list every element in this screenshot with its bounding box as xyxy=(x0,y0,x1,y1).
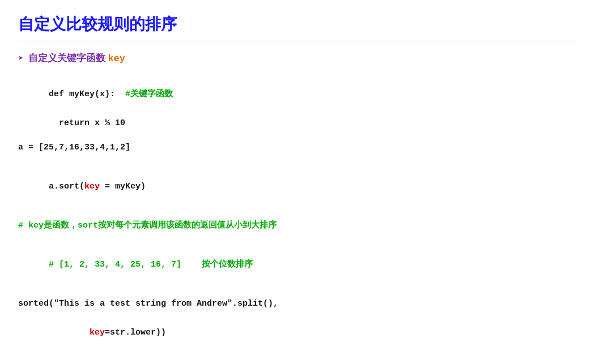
code-block-sort: a.sort(key = myKey) xyxy=(18,165,577,209)
code-block-array: a = [25,7,16,33,4,1,2] xyxy=(18,140,577,155)
code-line-comment2: # [1, 2, 33, 4, 25, 16, 7] 按个位数排序 xyxy=(18,243,577,287)
code-line-comment1: # key是函数，sort按对每个元素调用该函数的返回值从小到大排序 xyxy=(18,219,577,233)
code-line-return: return x % 10 xyxy=(18,116,577,131)
code-sort-post: = myKey) xyxy=(100,182,146,191)
code-comment2-pre: # [1, 2, 33, 4, 25, 16, 7] xyxy=(49,260,181,269)
page-title: 自定义比较规则的排序 xyxy=(18,14,577,41)
code-line-sorted: sorted("This is a test string from Andre… xyxy=(18,297,577,311)
section-heading: ➤ 自定义关键字函数 key xyxy=(18,52,577,65)
code-sorted2-key: key xyxy=(90,328,105,337)
code-sorted2-post: =str.lower)) xyxy=(105,328,166,337)
code-block-comment1: # key是函数，sort按对每个元素调用该函数的返回值从小到大排序 xyxy=(18,219,577,233)
arrow-icon: ➤ xyxy=(18,53,24,64)
code-comment2-post: 按个位数排序 xyxy=(181,260,253,269)
code-def-comment: #关键字函数 xyxy=(125,89,173,99)
page-container: 自定义比较规则的排序 ➤ 自定义关键字函数 key def myKey(x): … xyxy=(0,0,595,364)
code-sort-pre: a.sort( xyxy=(49,182,84,191)
heading-label: 自定义关键字函数 xyxy=(28,53,108,63)
section-heading-text: 自定义关键字函数 key xyxy=(28,52,125,65)
code-block-def: def myKey(x): #关键字函数 return x % 10 xyxy=(18,72,577,130)
code-def-text: def myKey(x): xyxy=(49,89,125,99)
code-sorted2-pre xyxy=(49,328,90,337)
code-block-sorted: sorted("This is a test string from Andre… xyxy=(18,297,577,354)
code-sort-key: key xyxy=(84,182,100,191)
heading-key: key xyxy=(108,53,125,64)
code-line-sort: a.sort(key = myKey) xyxy=(18,165,577,209)
code-line-def: def myKey(x): #关键字函数 xyxy=(18,72,577,116)
code-block-comment2: # [1, 2, 33, 4, 25, 16, 7] 按个位数排序 xyxy=(18,243,577,287)
code-line-sorted2: key=str.lower)) xyxy=(18,311,577,355)
code-line-array: a = [25,7,16,33,4,1,2] xyxy=(18,140,577,155)
